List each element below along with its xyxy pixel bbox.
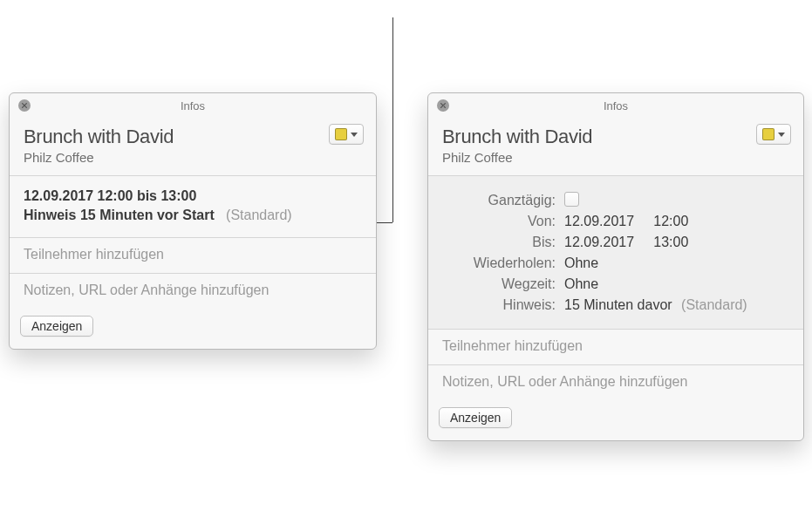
repeat-label: Wiederholen:	[442, 255, 564, 271]
calendar-picker[interactable]	[756, 124, 791, 145]
from-row: Von: 12.09.2017 12:00	[442, 214, 789, 229]
event-header: Brunch with David Philz Coffee	[428, 120, 803, 176]
to-label: Bis:	[442, 235, 564, 250]
travel-value[interactable]: Ohne	[564, 276, 598, 292]
event-title[interactable]: Brunch with David	[24, 126, 362, 148]
close-icon	[21, 102, 28, 109]
titlebar-text: Infos	[181, 99, 205, 112]
notes-section[interactable]: Notizen, URL oder Anhänge hinzufügen	[428, 365, 803, 400]
event-location[interactable]: Philz Coffee	[24, 150, 362, 165]
repeat-row: Wiederholen: Ohne	[442, 255, 789, 271]
notes-section[interactable]: Notizen, URL oder Anhänge hinzufügen	[10, 274, 376, 309]
alert-suffix: (Standard)	[681, 297, 747, 312]
alert-label: Hinweis:	[442, 297, 564, 313]
event-popover-expanded: Infos Brunch with David Philz Coffee Gan…	[427, 92, 804, 441]
alert-row: Hinweis: 15 Minuten davor (Standard)	[442, 297, 789, 313]
close-button[interactable]	[18, 99, 31, 112]
travel-row: Wegzeit: Ohne	[442, 276, 789, 292]
show-button[interactable]: Anzeigen	[439, 407, 512, 428]
footer: Anzeigen	[10, 309, 376, 349]
alert-value[interactable]: 15 Minuten davor	[564, 297, 672, 312]
allday-label: Ganztägig:	[442, 193, 564, 208]
calendar-color-swatch	[762, 128, 774, 140]
titlebar: Infos	[428, 93, 803, 120]
to-time[interactable]: 13:00	[653, 235, 688, 249]
close-button[interactable]	[437, 99, 449, 112]
calendar-color-swatch	[335, 128, 347, 140]
event-location[interactable]: Philz Coffee	[442, 150, 789, 165]
datetime-summary: 12.09.2017 12:00 bis 13:00	[24, 188, 362, 204]
invitees-section[interactable]: Teilnehmer hinzufügen	[10, 238, 376, 274]
from-time[interactable]: 12:00	[653, 214, 688, 228]
repeat-value[interactable]: Ohne	[564, 255, 598, 271]
allday-checkbox[interactable]	[564, 192, 579, 207]
notes-placeholder: Notizen, URL oder Anhänge hinzufügen	[442, 374, 789, 390]
footer: Anzeigen	[428, 400, 803, 440]
from-label: Von:	[442, 214, 564, 229]
invitees-placeholder: Teilnehmer hinzufügen	[24, 247, 362, 262]
titlebar-text: Infos	[604, 99, 628, 112]
to-row: Bis: 12.09.2017 13:00	[442, 235, 789, 250]
show-button[interactable]: Anzeigen	[20, 316, 93, 337]
from-date[interactable]: 12.09.2017	[564, 214, 634, 228]
travel-label: Wegzeit:	[442, 276, 564, 292]
allday-row: Ganztägig:	[442, 190, 789, 208]
notes-placeholder: Notizen, URL oder Anhänge hinzufügen	[24, 283, 362, 298]
event-popover-compact: Infos Brunch with David Philz Coffee 12.…	[9, 92, 377, 350]
to-date[interactable]: 12.09.2017	[564, 235, 634, 249]
invitees-section[interactable]: Teilnehmer hinzufügen	[428, 330, 803, 365]
chevron-down-icon	[778, 133, 785, 137]
chevron-down-icon	[351, 133, 358, 137]
titlebar: Infos	[10, 93, 376, 120]
datetime-detail-section: Ganztägig: Von: 12.09.2017 12:00 Bis: 12…	[428, 176, 803, 330]
calendar-picker[interactable]	[329, 124, 364, 145]
datetime-summary-section[interactable]: 12.09.2017 12:00 bis 13:00 Hinweis 15 Mi…	[10, 176, 376, 238]
callout-line-vertical	[392, 17, 393, 222]
alert-suffix: (Standard)	[218, 208, 291, 222]
event-header: Brunch with David Philz Coffee	[10, 120, 376, 176]
close-icon	[440, 102, 447, 109]
invitees-placeholder: Teilnehmer hinzufügen	[442, 338, 789, 354]
event-title[interactable]: Brunch with David	[442, 126, 789, 148]
alert-summary: Hinweis 15 Minuten vor Start	[24, 208, 215, 222]
